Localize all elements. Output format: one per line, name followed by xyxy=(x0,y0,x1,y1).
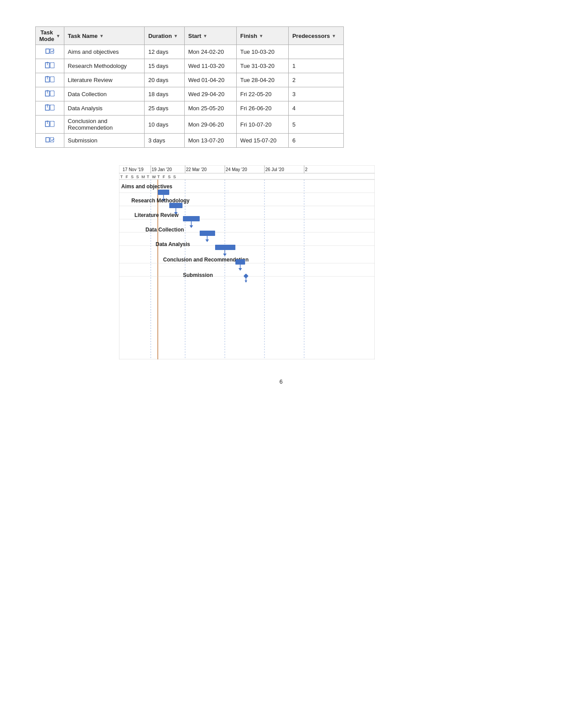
task-name-cell: Aims and objectives xyxy=(64,45,145,59)
svg-text:Aims and objectives: Aims and objectives xyxy=(121,183,172,190)
duration-cell: 3 days xyxy=(145,134,185,148)
th-start-sort[interactable]: ▼ xyxy=(203,34,208,38)
task-mode-cell xyxy=(36,87,64,101)
start-cell: Mon 24-02-20 xyxy=(184,45,236,59)
th-start-label: Start xyxy=(188,33,201,39)
svg-text:24 May '20: 24 May '20 xyxy=(226,167,247,172)
svg-rect-3 xyxy=(50,63,54,68)
manual-task-icon xyxy=(45,75,55,83)
task-mode-cell xyxy=(36,134,64,148)
predecessor-cell: 6 xyxy=(289,134,344,148)
svg-rect-80 xyxy=(215,245,235,250)
svg-text:Research Methodology: Research Methodology xyxy=(131,198,190,204)
gantt-chart-section: 17 Nov '19 19 Jan '20 22 Mar '20 24 May … xyxy=(119,165,527,361)
task-name-cell: Conclusion and Recommendetion xyxy=(64,116,145,134)
auto-task-icon xyxy=(45,47,55,55)
task-table-section: TaskMode ▼ Task Name ▼ Duration ▼ xyxy=(35,26,527,148)
start-cell: Wed 11-03-20 xyxy=(184,59,236,73)
finish-cell: Fri 26-06-20 xyxy=(237,101,289,116)
th-finish[interactable]: Finish ▼ xyxy=(237,27,289,45)
page-number: 6 xyxy=(35,378,527,385)
th-predecessors-sort[interactable]: ▼ xyxy=(331,34,336,38)
svg-rect-22 xyxy=(46,138,49,142)
task-mode-cell xyxy=(36,45,64,59)
duration-cell: 18 days xyxy=(145,87,185,101)
task-name-cell: Literature Review xyxy=(64,73,145,87)
predecessor-cell: 2 xyxy=(289,73,344,87)
manual-task-icon xyxy=(45,104,55,112)
th-task-name-sort[interactable]: ▼ xyxy=(100,34,104,38)
task-mode-cell xyxy=(36,59,64,73)
svg-text:Data Collection: Data Collection xyxy=(145,227,184,233)
task-name-cell: Research Methodology xyxy=(64,59,145,73)
th-task-mode-label: TaskMode xyxy=(39,29,54,42)
duration-cell: 12 days xyxy=(145,45,185,59)
task-table: TaskMode ▼ Task Name ▼ Duration ▼ xyxy=(35,26,344,148)
svg-text:Submission: Submission xyxy=(183,272,213,278)
th-task-name[interactable]: Task Name ▼ xyxy=(64,27,145,45)
finish-cell: Wed 15-07-20 xyxy=(237,134,289,148)
predecessor-cell xyxy=(289,45,344,59)
task-mode-cell xyxy=(36,101,64,116)
svg-rect-76 xyxy=(200,231,215,236)
svg-rect-64 xyxy=(158,190,169,195)
th-task-mode-sort[interactable]: ▼ xyxy=(56,34,60,38)
svg-text:M: M xyxy=(141,175,145,179)
start-cell: Wed 29-04-20 xyxy=(184,87,236,101)
predecessor-cell: 5 xyxy=(289,116,344,134)
svg-text:S: S xyxy=(131,175,134,179)
start-cell: Wed 01-04-20 xyxy=(184,73,236,87)
predecessor-cell: 1 xyxy=(289,59,344,73)
svg-text:S: S xyxy=(136,175,139,179)
duration-cell: 10 days xyxy=(145,116,185,134)
table-row: Submission3 daysMon 13-07-20Wed 15-07-20… xyxy=(36,134,344,148)
svg-rect-11 xyxy=(50,91,54,96)
svg-text:W: W xyxy=(152,175,156,179)
task-mode-cell xyxy=(36,73,64,87)
th-duration-sort[interactable]: ▼ xyxy=(174,34,178,38)
th-task-name-label: Task Name xyxy=(68,33,98,39)
finish-cell: Fri 10-07-20 xyxy=(237,116,289,134)
th-task-mode[interactable]: TaskMode ▼ xyxy=(36,27,64,45)
svg-text:S: S xyxy=(168,175,171,179)
manual-task-icon xyxy=(45,120,55,128)
svg-rect-15 xyxy=(50,105,54,110)
duration-cell: 25 days xyxy=(145,101,185,116)
task-name-cell: Data Analysis xyxy=(64,101,145,116)
finish-cell: Tue 31-03-20 xyxy=(237,59,289,73)
table-row: Research Methodology15 daysWed 11-03-20T… xyxy=(36,59,344,73)
finish-cell: Tue 28-04-20 xyxy=(237,73,289,87)
svg-rect-68 xyxy=(169,203,182,208)
finish-cell: Tue 10-03-20 xyxy=(237,45,289,59)
th-predecessors[interactable]: Predecessors ▼ xyxy=(289,27,344,45)
svg-rect-7 xyxy=(50,77,54,82)
th-predecessors-label: Predecessors xyxy=(292,33,330,39)
svg-rect-19 xyxy=(50,121,54,127)
predecessor-cell: 3 xyxy=(289,87,344,101)
th-duration[interactable]: Duration ▼ xyxy=(145,27,185,45)
svg-text:Data Analysis: Data Analysis xyxy=(156,241,190,247)
table-row: Data Analysis25 daysMon 25-05-20Fri 26-0… xyxy=(36,101,344,116)
th-duration-label: Duration xyxy=(148,33,171,39)
task-name-cell: Submission xyxy=(64,134,145,148)
svg-text:22 Mar '20: 22 Mar '20 xyxy=(186,167,207,172)
svg-text:F: F xyxy=(126,175,128,179)
svg-text:T: T xyxy=(120,175,123,179)
start-cell: Mon 13-07-20 xyxy=(184,134,236,148)
start-cell: Mon 25-05-20 xyxy=(184,101,236,116)
svg-text:T: T xyxy=(157,175,160,179)
table-row: Aims and objectives12 daysMon 24-02-20Tu… xyxy=(36,45,344,59)
table-row: Conclusion and Recommendetion10 daysMon … xyxy=(36,116,344,134)
svg-text:26 Jul '20: 26 Jul '20 xyxy=(265,167,284,172)
task-mode-cell xyxy=(36,116,64,134)
th-finish-sort[interactable]: ▼ xyxy=(259,34,263,38)
svg-text:Literature Review: Literature Review xyxy=(134,212,179,218)
auto-task-icon xyxy=(45,136,55,144)
svg-text:17 Nov '19: 17 Nov '19 xyxy=(123,167,144,172)
th-start[interactable]: Start ▼ xyxy=(184,27,236,45)
table-row: Data Collection18 daysWed 29-04-20Fri 22… xyxy=(36,87,344,101)
gantt-svg: 17 Nov '19 19 Jan '20 22 Mar '20 24 May … xyxy=(119,165,375,359)
duration-cell: 20 days xyxy=(145,73,185,87)
predecessor-cell: 4 xyxy=(289,101,344,116)
svg-text:S: S xyxy=(173,175,176,179)
